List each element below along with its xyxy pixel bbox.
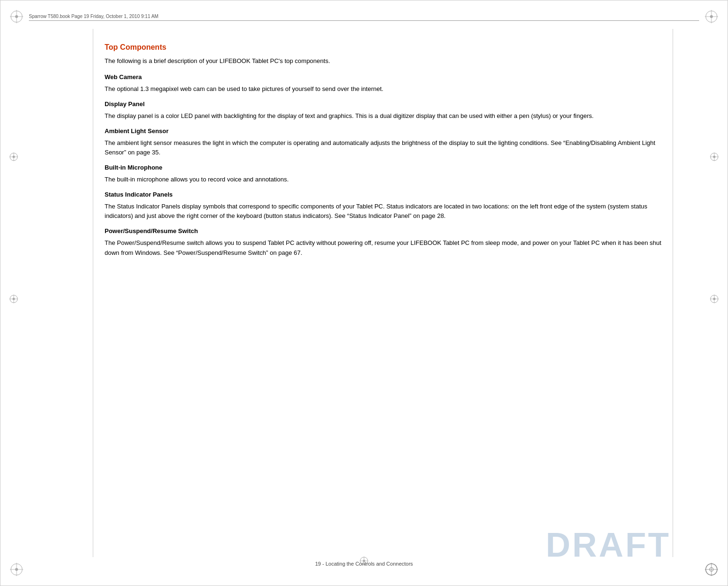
corner-mark-tl [9,9,24,24]
body-text-power-switch: The Power/Suspend/Resume switch allows y… [105,238,666,257]
subsection-title-web-camera: Web Camera [105,73,666,81]
header-bar: Sparrow T580.book Page 19 Friday, Octobe… [29,14,699,21]
draft-watermark: DRAFT [546,525,671,564]
corner-mark-br [704,562,719,577]
page-container: Sparrow T580.book Page 19 Friday, Octobe… [0,0,728,586]
body-text-ambient-light: The ambient light sensor measures the li… [105,138,666,157]
subsection-title-microphone: Built-in Microphone [105,164,666,171]
side-mark-right-mid [710,294,719,306]
side-mark-left-mid [9,294,18,306]
corner-mark-bl [9,562,24,577]
intro-paragraph: The following is a brief description of … [105,56,666,66]
body-text-microphone: The built-in microphone allows you to re… [105,175,666,184]
corner-mark-tr [704,9,719,24]
body-text-display-panel: The display panel is a color LED panel w… [105,111,666,121]
subsection-title-display-panel: Display Panel [105,100,666,108]
subsection-title-ambient-light: Ambient Light Sensor [105,127,666,135]
footer-text: 19 - Locating the Controls and Connector… [315,561,413,567]
body-text-status-panels: The Status Indicator Panels display symb… [105,202,666,221]
subsection-title-power-switch: Power/Suspend/Resume Switch [105,227,666,234]
margin-line-left [93,29,93,557]
side-mark-right-top [710,152,719,163]
header-text: Sparrow T580.book Page 19 Friday, Octobe… [29,14,159,19]
margin-line-right [673,29,673,557]
content-area: Top Components The following is a brief … [105,43,666,538]
side-mark-left-top [9,152,18,163]
section-title: Top Components [105,43,666,52]
subsection-title-status-panels: Status Indicator Panels [105,191,666,198]
body-text-web-camera: The optional 1.3 megapixel web cam can b… [105,84,666,94]
